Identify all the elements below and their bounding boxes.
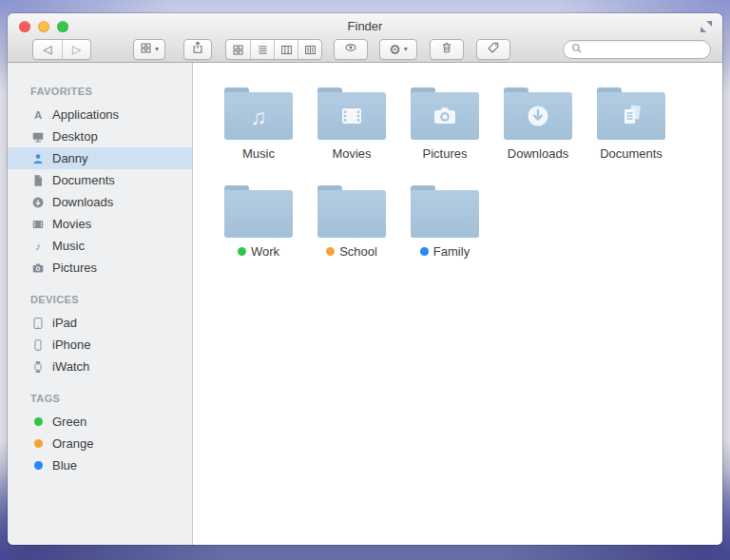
orange-tag-dot-icon: [30, 436, 46, 452]
list-view-button[interactable]: [250, 40, 274, 59]
tag-icon: [487, 41, 500, 58]
zoom-button[interactable]: [57, 21, 68, 32]
sidebar-item-label: Green: [52, 415, 86, 429]
sidebar-item-tag-green[interactable]: Green: [8, 411, 192, 433]
film-glyph-icon: [336, 101, 367, 131]
grid-icon: [140, 41, 152, 58]
sidebar-item-iphone[interactable]: iPhone: [8, 334, 192, 356]
coverflow-view-button[interactable]: [298, 40, 321, 59]
svg-text:♪: ♪: [35, 241, 41, 252]
forward-button[interactable]: ▷: [62, 40, 90, 59]
sidebar-item-iwatch[interactable]: iWatch: [8, 356, 192, 377]
folder-icon: [504, 87, 572, 140]
folder-label: Downloads: [491, 146, 585, 161]
folder-label: School: [305, 244, 398, 259]
view-mode-control: [225, 39, 322, 60]
music-note-icon: ♪: [30, 239, 46, 254]
desktop-icon: [30, 129, 46, 145]
window-body: FAVORITES A Applications: [8, 63, 722, 545]
favorites-section-title: FAVORITES: [8, 86, 192, 104]
action-button[interactable]: ⚙ ▾: [379, 39, 417, 60]
chevron-down-icon: ▾: [155, 46, 159, 53]
folder-documents[interactable]: Documents: [585, 87, 678, 161]
iphone-icon: [30, 338, 46, 353]
folder-label: Family: [398, 244, 491, 259]
sidebar-item-label: iWatch: [52, 359, 89, 374]
back-button[interactable]: ◁: [33, 40, 62, 59]
sidebar-item-danny[interactable]: Danny: [8, 147, 192, 169]
folder-icon: [224, 185, 293, 238]
user-icon: [30, 151, 46, 166]
folder-work[interactable]: Work: [212, 185, 305, 259]
finder-window: Finder ◁ ▷: [8, 13, 722, 545]
sidebar-item-movies[interactable]: Movies: [8, 213, 192, 235]
folder-movies[interactable]: Movies: [305, 87, 398, 161]
folder-label: Work: [212, 244, 305, 259]
ipad-icon: [30, 316, 46, 331]
tags-button[interactable]: [476, 39, 510, 60]
folder-family[interactable]: Family: [398, 185, 491, 259]
folder-school[interactable]: School: [305, 185, 398, 259]
sidebar-section-favorites: FAVORITES A Applications: [8, 86, 192, 279]
sidebar-section-devices: DEVICES iPad: [8, 294, 192, 377]
nav-buttons: ◁ ▷: [32, 39, 91, 60]
share-icon: [191, 41, 204, 58]
arrange-button[interactable]: ▾: [133, 39, 165, 60]
titlebar: Finder: [8, 13, 722, 37]
sidebar-item-music[interactable]: ♪ Music: [8, 235, 192, 257]
download-glyph-icon: [523, 101, 553, 131]
gear-icon: ⚙: [389, 43, 401, 56]
folder-icon: ♫: [224, 87, 293, 140]
folder-icon: [597, 87, 665, 140]
sidebar-item-applications[interactable]: A Applications: [8, 104, 192, 126]
folder-icon: [317, 185, 386, 238]
folder-music[interactable]: ♫ Music: [212, 87, 305, 161]
coverflow-view-icon: [304, 44, 317, 56]
column-view-icon: [280, 44, 293, 56]
traffic-lights: [19, 21, 68, 32]
folder-icon: [411, 87, 479, 140]
sidebar-item-desktop[interactable]: Desktop: [8, 126, 192, 147]
sidebar-item-downloads[interactable]: Downloads: [8, 191, 192, 213]
search-field[interactable]: [563, 40, 711, 59]
sidebar-item-tag-orange[interactable]: Orange: [8, 433, 192, 454]
blue-tag-dot-icon: [30, 458, 46, 473]
document-icon: [30, 173, 46, 188]
green-tag-dot-icon: [30, 415, 46, 430]
folder-label: Music: [212, 146, 305, 161]
eye-icon: [343, 41, 358, 58]
file-browser-area: ♫ Music: [193, 63, 722, 545]
fullscreen-icon[interactable]: [700, 20, 713, 33]
icon-view-button[interactable]: [226, 40, 250, 59]
sidebar-item-tag-blue[interactable]: Blue: [8, 454, 192, 476]
window-title: Finder: [8, 13, 722, 39]
share-button[interactable]: [183, 39, 212, 60]
folder-pictures[interactable]: Pictures: [398, 87, 491, 161]
blue-tag-dot-icon: [420, 247, 429, 256]
sidebar-item-pictures[interactable]: Pictures: [8, 257, 192, 279]
camera-icon: [30, 261, 46, 276]
sidebar-item-label: Downloads: [52, 195, 113, 209]
sidebar-item-documents[interactable]: Documents: [8, 169, 192, 191]
sidebar-item-ipad[interactable]: iPad: [8, 312, 192, 334]
folder-grid: ♫ Music: [212, 87, 687, 283]
close-button[interactable]: [19, 21, 30, 32]
chevron-down-icon: ▾: [404, 46, 408, 53]
applications-icon: A: [30, 107, 46, 123]
green-tag-dot-icon: [238, 247, 246, 256]
folder-label: Pictures: [398, 146, 491, 161]
column-view-button[interactable]: [274, 40, 298, 59]
sidebar-item-label: Documents: [52, 173, 115, 187]
devices-section-title: DEVICES: [8, 294, 192, 312]
folder-downloads[interactable]: Downloads: [491, 87, 585, 161]
orange-tag-dot-icon: [326, 247, 335, 256]
watch-icon: [30, 359, 46, 375]
search-input[interactable]: [586, 42, 702, 57]
delete-button[interactable]: [430, 39, 464, 60]
quick-look-button[interactable]: [334, 39, 368, 60]
tags-section-title: TAGS: [8, 393, 192, 411]
folder-icon: [411, 185, 479, 238]
sidebar-item-label: Orange: [52, 436, 93, 451]
svg-text:♫: ♫: [250, 105, 266, 129]
minimize-button[interactable]: [38, 21, 49, 32]
